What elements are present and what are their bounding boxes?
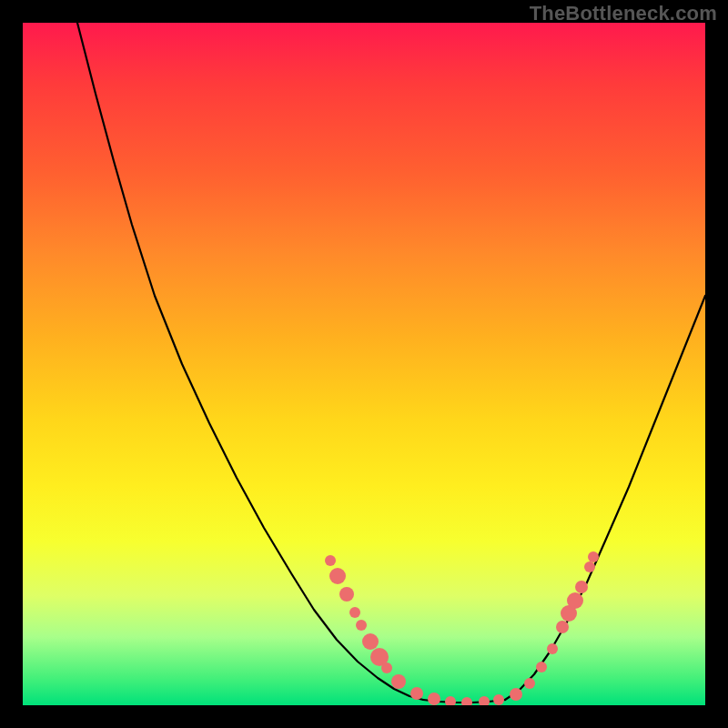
marker-dot: [428, 693, 440, 705]
marker-dot: [325, 555, 336, 566]
watermark-label: TheBottleneck.com: [530, 2, 717, 25]
chart-plot-area: [23, 23, 705, 705]
chart-svg: [23, 23, 705, 705]
marker-dot: [479, 696, 490, 705]
marker-dot: [575, 581, 588, 593]
marker-dot: [339, 587, 354, 602]
marker-dot: [445, 696, 456, 705]
marker-dot: [584, 561, 595, 572]
marker-dot: [524, 678, 535, 689]
marker-group: [325, 551, 599, 705]
curve-group: [77, 23, 705, 703]
marker-dot: [493, 694, 504, 705]
marker-dot: [536, 662, 547, 672]
marker-dot: [356, 620, 367, 631]
marker-dot: [567, 592, 583, 609]
marker-dot: [461, 697, 472, 705]
marker-dot: [588, 551, 599, 562]
marker-dot: [329, 568, 346, 584]
marker-dot: [410, 687, 423, 700]
series-right-curve: [505, 296, 705, 700]
series-left-curve: [77, 23, 423, 700]
marker-dot: [547, 643, 558, 654]
marker-dot: [391, 674, 406, 689]
marker-dot: [381, 662, 392, 673]
marker-dot: [349, 607, 360, 618]
chart-frame: TheBottleneck.com: [0, 0, 728, 728]
marker-dot: [510, 688, 522, 701]
marker-dot: [556, 621, 569, 633]
marker-dot: [362, 633, 379, 650]
